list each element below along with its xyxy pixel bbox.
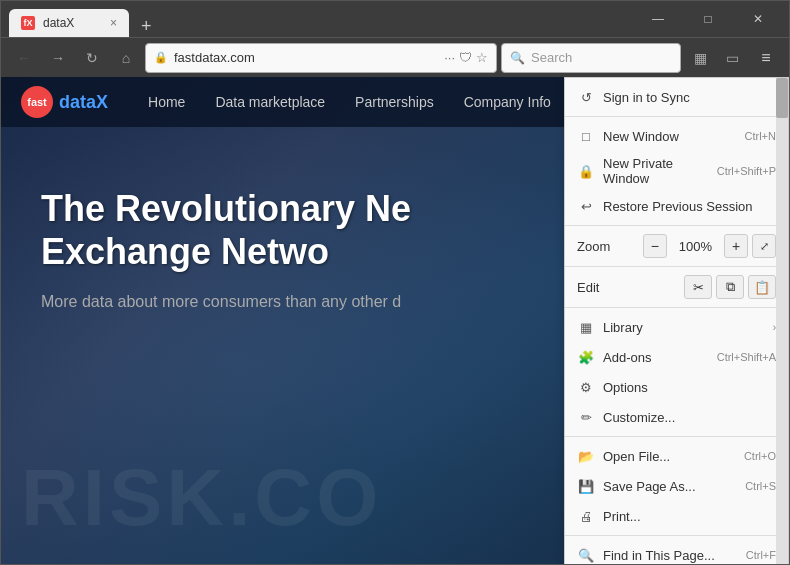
site-nav-links: Home Data marketplace Partnerships Compa… [148, 94, 551, 110]
search-placeholder: Search [531, 50, 572, 65]
print-label: Print... [603, 509, 776, 524]
library-label: Library [603, 320, 765, 335]
nav-link-data-marketplace[interactable]: Data marketplace [215, 94, 325, 110]
tab-title: dataX [43, 16, 74, 30]
scrollbar[interactable] [776, 78, 788, 564]
restore-icon: ↩ [577, 197, 595, 215]
separator-3 [565, 266, 788, 267]
menu-item-addons[interactable]: 🧩 Add-ons Ctrl+Shift+A [565, 342, 788, 372]
separator-2 [565, 225, 788, 226]
open-file-label: Open File... [603, 449, 736, 464]
addons-label: Add-ons [603, 350, 709, 365]
private-window-icon: 🔒 [577, 162, 595, 180]
options-label: Options [603, 380, 776, 395]
new-private-window-label: New Private Window [603, 156, 709, 186]
cut-button[interactable]: ✂ [684, 275, 712, 299]
tab-area: fX dataX × + [9, 1, 631, 37]
more-icon: ··· [444, 50, 455, 65]
content-area: fast dataX Home Data marketplace Partner… [1, 77, 789, 564]
zoom-row: Zoom − 100% + ⤢ [565, 230, 788, 262]
new-tab-button[interactable]: + [133, 16, 160, 37]
firefox-menu: ↺ Sign in to Sync □ New Window Ctrl+N 🔒 … [564, 77, 789, 564]
menu-item-library[interactable]: ▦ Library › [565, 312, 788, 342]
customize-icon: ✏ [577, 408, 595, 426]
search-bar[interactable]: 🔍 Search [501, 43, 681, 73]
separator-5 [565, 436, 788, 437]
menu-item-sign-in[interactable]: ↺ Sign in to Sync [565, 82, 788, 112]
search-icon: 🔍 [510, 51, 525, 65]
zoom-expand-button[interactable]: ⤢ [752, 234, 776, 258]
browser-window: fX dataX × + — □ ✕ ← → ↻ ⌂ 🔒 fastdatax.c… [0, 0, 790, 565]
menu-item-open-file[interactable]: 📂 Open File... Ctrl+O [565, 441, 788, 471]
address-bar[interactable]: 🔒 fastdatax.com ··· 🛡 ☆ [145, 43, 497, 73]
close-button[interactable]: ✕ [735, 5, 781, 33]
find-in-page-shortcut: Ctrl+F [746, 549, 776, 561]
open-file-icon: 📂 [577, 447, 595, 465]
sync-icon: ↺ [577, 88, 595, 106]
menu-item-restore-session[interactable]: ↩ Restore Previous Session [565, 191, 788, 221]
logo-icon: fast [21, 86, 53, 118]
new-window-label: New Window [603, 129, 737, 144]
menu-item-find-in-page[interactable]: 🔍 Find in This Page... Ctrl+F [565, 540, 788, 564]
edit-row: Edit ✂ ⧉ 📋 [565, 271, 788, 303]
save-page-shortcut: Ctrl+S [745, 480, 776, 492]
zoom-minus-button[interactable]: − [643, 234, 667, 258]
scrollbar-thumb[interactable] [776, 78, 788, 118]
paste-button[interactable]: 📋 [748, 275, 776, 299]
window-controls: — □ ✕ [635, 5, 781, 33]
bookmark-icon: ☆ [476, 50, 488, 65]
tab-favicon: fX [21, 16, 35, 30]
separator-1 [565, 116, 788, 117]
lock-icon: 🔒 [154, 51, 168, 64]
zoom-value: 100% [671, 239, 720, 254]
menu-item-new-window[interactable]: □ New Window Ctrl+N [565, 121, 788, 151]
navigation-bar: ← → ↻ ⌂ 🔒 fastdatax.com ··· 🛡 ☆ 🔍 Search… [1, 37, 789, 77]
find-in-page-label: Find in This Page... [603, 548, 738, 563]
find-icon: 🔍 [577, 546, 595, 564]
nav-link-home[interactable]: Home [148, 94, 185, 110]
url-text: fastdatax.com [174, 50, 438, 65]
shield-icon: 🛡 [459, 50, 472, 65]
back-button[interactable]: ← [9, 43, 39, 73]
new-private-window-shortcut: Ctrl+Shift+P [717, 165, 776, 177]
maximize-button[interactable]: □ [685, 5, 731, 33]
tab-close-button[interactable]: × [110, 16, 117, 30]
site-logo: fast dataX [21, 86, 108, 118]
refresh-button[interactable]: ↻ [77, 43, 107, 73]
save-page-label: Save Page As... [603, 479, 737, 494]
toolbar-icons: ▦ ▭ [685, 43, 747, 73]
menu-item-new-private-window[interactable]: 🔒 New Private Window Ctrl+Shift+P [565, 151, 788, 191]
watermark: RISK.CO [21, 452, 382, 544]
new-window-shortcut: Ctrl+N [745, 130, 776, 142]
library-icon: ▦ [577, 318, 595, 336]
menu-item-print[interactable]: 🖨 Print... [565, 501, 788, 531]
forward-button[interactable]: → [43, 43, 73, 73]
nav-link-company-info[interactable]: Company Info [464, 94, 551, 110]
title-bar: fX dataX × + — □ ✕ [1, 1, 789, 37]
separator-6 [565, 535, 788, 536]
menu-item-save-page[interactable]: 💾 Save Page As... Ctrl+S [565, 471, 788, 501]
print-icon: 🖨 [577, 507, 595, 525]
copy-button[interactable]: ⧉ [716, 275, 744, 299]
menu-item-options[interactable]: ⚙ Options [565, 372, 788, 402]
logo-text: dataX [59, 92, 108, 113]
hamburger-menu-button[interactable]: ≡ [751, 43, 781, 73]
options-icon: ⚙ [577, 378, 595, 396]
edit-label: Edit [577, 280, 680, 295]
customize-label: Customize... [603, 410, 776, 425]
active-tab[interactable]: fX dataX × [9, 9, 129, 37]
new-window-icon: □ [577, 127, 595, 145]
nav-link-partnerships[interactable]: Partnerships [355, 94, 434, 110]
minimize-button[interactable]: — [635, 5, 681, 33]
zoom-label: Zoom [577, 239, 639, 254]
open-file-shortcut: Ctrl+O [744, 450, 776, 462]
home-button[interactable]: ⌂ [111, 43, 141, 73]
library-button[interactable]: ▦ [685, 43, 715, 73]
address-bar-icons: ··· 🛡 ☆ [444, 50, 488, 65]
sidebar-button[interactable]: ▭ [717, 43, 747, 73]
addons-shortcut: Ctrl+Shift+A [717, 351, 776, 363]
zoom-plus-button[interactable]: + [724, 234, 748, 258]
save-page-icon: 💾 [577, 477, 595, 495]
menu-item-customize[interactable]: ✏ Customize... [565, 402, 788, 432]
sign-in-label: Sign in to Sync [603, 90, 776, 105]
